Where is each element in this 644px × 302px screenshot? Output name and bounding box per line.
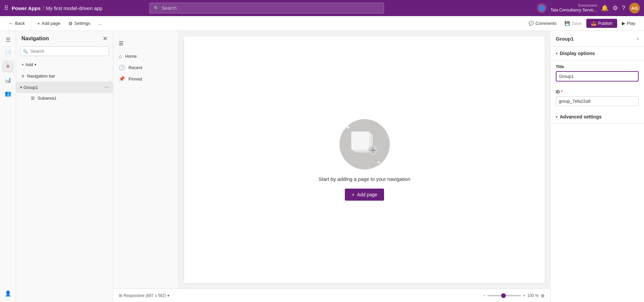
help-icon[interactable]: ?: [622, 5, 625, 12]
side-icon-nav[interactable]: ≡: [2, 60, 14, 72]
right-panel-close-button[interactable]: ›: [637, 36, 639, 42]
side-icon-data[interactable]: 📊: [2, 74, 14, 86]
nav-search-input[interactable]: [20, 46, 109, 56]
add-page-button[interactable]: + Add page: [34, 19, 64, 28]
publish-icon: 📤: [591, 21, 596, 26]
advanced-settings-chevron: ▾: [556, 115, 558, 119]
top-right: 🌐 Environment Tata Consultancy Servic...…: [537, 3, 640, 13]
title-separator: |: [43, 5, 44, 11]
comments-button[interactable]: 💬 Comments: [525, 19, 560, 28]
preview-recent[interactable]: 🕐 Recent: [113, 62, 178, 73]
zoom-fit-icon[interactable]: ⊕: [541, 293, 545, 298]
responsive-icon: ⊞: [119, 293, 122, 298]
side-icon-people[interactable]: 👥: [2, 87, 14, 99]
advanced-settings-section: ▾ Advanced settings: [550, 110, 644, 124]
play-button[interactable]: ▶ Play: [619, 19, 639, 28]
zoom-in-icon[interactable]: +: [523, 293, 525, 298]
top-bar: ⠿ Power Apps | My first model-driven app…: [0, 0, 644, 16]
canvas-area: ☰ ⌂ Home 🕐 Recent 📌 Pinned: [113, 31, 550, 302]
title-field-label: Title: [556, 64, 639, 69]
nav-header: Navigation ✕: [16, 31, 113, 46]
canvas-main: ✦ ✦ ✦ ✦ Start by adding a page to your n…: [184, 36, 545, 283]
publish-label: Publish: [598, 21, 612, 26]
back-icon: ←: [9, 21, 13, 26]
right-panel-header: Group1 ›: [550, 31, 644, 47]
display-options-label: Display options: [560, 51, 595, 56]
responsive-label[interactable]: ⊞ Responsive (887 x 562) ▾: [119, 293, 169, 298]
secondary-bar: ← Back + Add page ⚙ Settings ... 💬 Comme…: [0, 16, 644, 31]
svg-rect-2: [351, 132, 370, 150]
search-input-top[interactable]: [162, 5, 380, 11]
nav-search: 🔍: [20, 46, 109, 56]
zoom-slider[interactable]: [487, 295, 521, 296]
side-icon-menu[interactable]: ☰: [2, 34, 14, 46]
preview-home-icon: ⌂: [119, 53, 122, 59]
side-icon-pages[interactable]: 📄: [2, 47, 14, 59]
group1-label: Group1: [23, 85, 103, 90]
sparkle-4: ✦: [377, 159, 381, 165]
advanced-settings-header[interactable]: ▾ Advanced settings: [550, 110, 644, 124]
nav-section: ≡ Navigation bar ▾ Group1 ··· ⊞ Subarea1: [16, 69, 113, 104]
responsive-text: Responsive (887 x 562): [123, 293, 166, 298]
canvas-illustration: ✦ ✦ ✦ ✦: [339, 119, 390, 169]
nav-add-button[interactable]: + Add ▾: [16, 60, 113, 69]
environment-name: Tata Consultancy Servic...: [550, 8, 597, 12]
side-icon-user[interactable]: 👤: [2, 287, 14, 299]
right-panel-title: Group1: [556, 36, 574, 42]
display-options-header[interactable]: ▾ Display options: [550, 47, 644, 60]
save-icon: 💾: [565, 21, 570, 26]
nav-group-header-group1[interactable]: ▾ Group1 ···: [16, 82, 113, 93]
sparkle-3: ✦: [344, 160, 347, 164]
nav-subitem-subarea1[interactable]: ⊞ Subarea1: [16, 93, 113, 103]
back-button[interactable]: ← Back: [5, 19, 28, 28]
publish-button[interactable]: 📤 Publish: [586, 19, 617, 28]
nav-add-label: Add: [25, 62, 33, 67]
search-box-top[interactable]: 🔍: [149, 3, 384, 13]
canvas-add-icon: +: [352, 192, 354, 197]
preview-pinned[interactable]: 📌 Pinned: [113, 73, 178, 85]
settings-icon[interactable]: ⚙: [612, 4, 618, 12]
preview-hamburger-icon[interactable]: ☰: [113, 36, 178, 51]
title-input[interactable]: [556, 71, 639, 82]
zoom-level: 100 %: [527, 293, 539, 298]
more-button[interactable]: ...: [95, 19, 105, 28]
settings-btn-icon: ⚙: [68, 21, 73, 26]
preview-home-label: Home: [125, 54, 137, 59]
save-label: Save: [572, 21, 582, 26]
preview-pinned-icon: 📌: [119, 76, 125, 82]
right-panel: Group1 › ▾ Display options Title ID ▾ Ad…: [550, 31, 644, 302]
nav-add-icon: +: [21, 62, 24, 67]
more-label: ...: [98, 21, 102, 26]
avatar[interactable]: AG: [629, 3, 640, 13]
nav-group-group1: ▾ Group1 ··· ⊞ Subarea1: [16, 82, 113, 103]
notifications-icon[interactable]: 🔔: [601, 4, 608, 12]
responsive-chevron: ▾: [167, 293, 169, 298]
nav-bar-label: Navigation bar: [27, 73, 55, 79]
back-label: Back: [15, 21, 25, 26]
zoom-out-icon[interactable]: −: [483, 293, 485, 298]
nav-search-icon: 🔍: [23, 49, 28, 54]
group1-menu-icon[interactable]: ···: [103, 84, 110, 91]
waffle-menu-icon[interactable]: ⠿: [4, 4, 8, 12]
id-field: ID: [550, 86, 644, 110]
environment-icon: 🌐: [537, 3, 546, 13]
search-icon-top: 🔍: [154, 6, 159, 11]
environment-info: Environment Tata Consultancy Servic...: [550, 4, 597, 12]
preview-recent-label: Recent: [128, 65, 142, 70]
navigation-panel: Navigation ✕ 🔍 + Add ▾ ≡ Navigation bar …: [16, 31, 113, 302]
settings-button[interactable]: ⚙ Settings: [65, 19, 94, 28]
group1-chevron: ▾: [20, 85, 22, 90]
environment-label: Environment: [550, 4, 597, 8]
preview-recent-icon: 🕐: [119, 64, 125, 70]
nav-item-navigation-bar[interactable]: ≡ Navigation bar: [16, 70, 113, 82]
canvas-inner: ✦ ✦ ✦ ✦ Start by adding a page to your n…: [319, 119, 411, 201]
preview-home[interactable]: ⌂ Home: [113, 51, 178, 62]
sparkle-1: ✦: [345, 124, 351, 131]
nav-close-button[interactable]: ✕: [103, 35, 108, 42]
id-input[interactable]: [556, 96, 639, 106]
sparkle-2: ✦: [379, 122, 382, 127]
app-name: Power Apps: [12, 5, 41, 11]
page-title: My first model-driven app: [46, 5, 102, 11]
canvas-add-page-button[interactable]: + Add page: [345, 189, 384, 201]
save-button[interactable]: 💾 Save: [561, 19, 585, 28]
